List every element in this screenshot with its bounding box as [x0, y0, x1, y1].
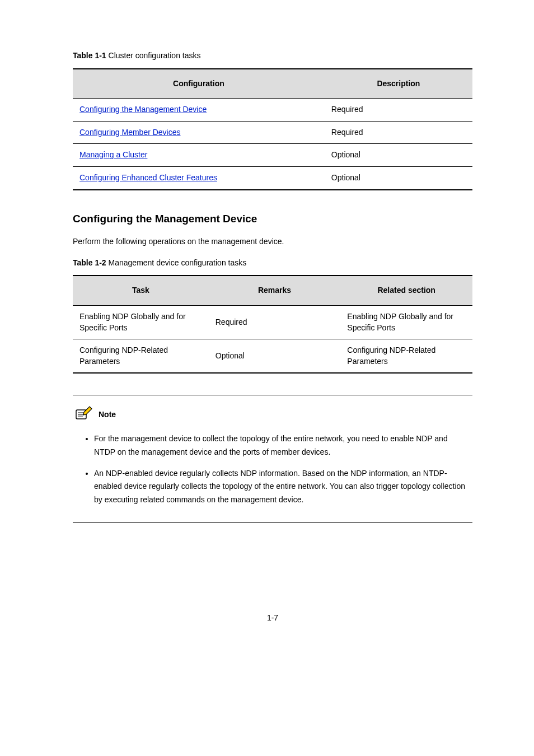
- table-header-row: Configuration Description: [73, 69, 472, 99]
- cell-related-section: Configuring NDP-Related Parameters: [340, 339, 472, 374]
- table-management-device-tasks: Task Remarks Related section Enabling ND…: [73, 275, 472, 374]
- cell-task: Enabling NDP Globally and for Specific P…: [73, 305, 209, 339]
- cell-related-section: Enabling NDP Globally and for Specific P…: [340, 305, 472, 339]
- note-bullet-list: For the management device to collect the…: [75, 432, 470, 507]
- th-remarks: Remarks: [209, 276, 341, 305]
- section-intro: Perform the following operations on the …: [73, 236, 472, 248]
- link-managing-a-cluster[interactable]: Managing a Cluster: [79, 150, 147, 159]
- cell-task: Configuring NDP-Related Parameters: [73, 339, 209, 374]
- note-box: Note For the management device to collec…: [73, 395, 472, 523]
- list-item: For the management device to collect the…: [94, 432, 470, 459]
- table-cluster-config-tasks: Configuration Description Configuring th…: [73, 68, 472, 190]
- th-related-section: Related section: [340, 276, 472, 305]
- table1-caption-rest: Cluster configuration tasks: [106, 51, 201, 60]
- cell-remarks: Required: [209, 305, 341, 339]
- th-task: Task: [73, 276, 209, 305]
- link-configuring-enhanced-cluster-features[interactable]: Configuring Enhanced Cluster Features: [79, 173, 217, 182]
- cell-description: Optional: [325, 166, 472, 189]
- th-configuration: Configuration: [73, 69, 325, 99]
- table-row: Configuring the Management Device Requir…: [73, 99, 472, 122]
- table-row: Enabling NDP Globally and for Specific P…: [73, 305, 472, 339]
- list-item: An NDP-enabled device regularly collects…: [94, 467, 470, 507]
- page-container: Table 1-1 Cluster configuration tasks Co…: [0, 0, 534, 657]
- note-label: Note: [99, 409, 116, 421]
- link-configuring-management-device[interactable]: Configuring the Management Device: [79, 105, 207, 114]
- table2-caption-rest: Management device configuration tasks: [106, 258, 247, 267]
- table-header-row: Task Remarks Related section: [73, 276, 472, 305]
- table-row: Configuring Member Devices Required: [73, 121, 472, 144]
- section-heading: Configuring the Management Device: [73, 212, 472, 227]
- cell-description: Optional: [325, 144, 472, 167]
- table2-caption-bold: Table 1-2: [73, 258, 106, 267]
- table-row: Configuring Enhanced Cluster Features Op…: [73, 166, 472, 189]
- cell-remarks: Optional: [209, 339, 341, 374]
- table-row: Managing a Cluster Optional: [73, 144, 472, 167]
- th-description: Description: [325, 69, 472, 99]
- note-pencil-icon: [75, 405, 94, 424]
- cell-description: Required: [325, 121, 472, 144]
- cell-description: Required: [325, 99, 472, 122]
- link-configuring-member-devices[interactable]: Configuring Member Devices: [79, 128, 181, 137]
- note-header: Note: [75, 405, 470, 424]
- table1-caption-bold: Table 1-1: [73, 51, 106, 60]
- table2-caption: Table 1-2 Management device configuratio…: [73, 258, 472, 269]
- table1-caption: Table 1-1 Cluster configuration tasks: [73, 50, 472, 62]
- page-number: 1-7: [73, 613, 472, 624]
- table-row: Configuring NDP-Related Parameters Optio…: [73, 339, 472, 374]
